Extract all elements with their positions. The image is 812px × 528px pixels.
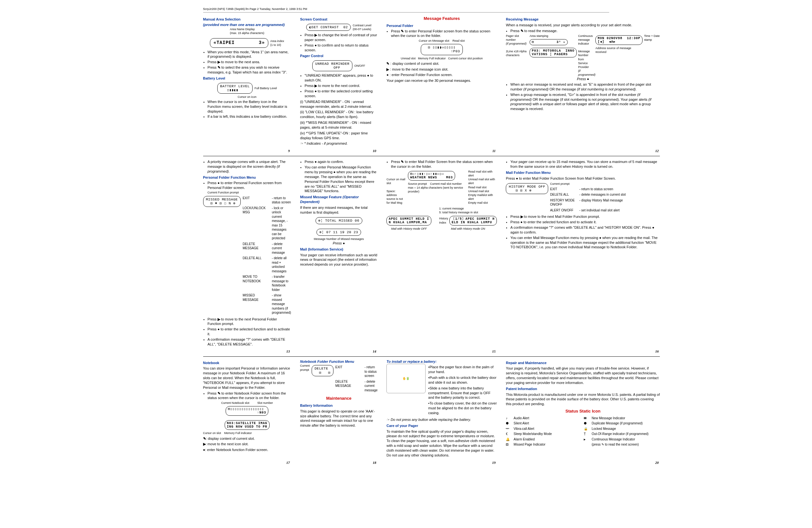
pen-icon: ✎ xyxy=(218,65,220,69)
dot-icon: ● xyxy=(387,73,389,77)
bullets-16a: Your pager can receive up to 15 mail mes… xyxy=(506,159,660,169)
status-icon: 🔒 xyxy=(584,427,590,431)
bullets-13c: Press ▶ to move to the next Personal Fol… xyxy=(203,317,291,347)
footnote: ☞ * Indicates - if programmed. xyxy=(300,141,377,146)
lcd-recv2: P03: MOTOROLA INNO VATIONS ¦ PAGERS xyxy=(530,48,577,57)
page-num-19: 19 xyxy=(492,460,495,465)
reminder-iii: (iii) *"MISS PAGE REMINDER" - ON : misse… xyxy=(300,120,377,130)
lcd-mail-off: APEC SUMMIT HELD I N KUALA LUMPUR,MA xyxy=(387,216,431,225)
status-label: Silent Alert xyxy=(513,421,582,426)
bullets-12: Press ✎ to read the message. xyxy=(506,29,660,33)
status-label: New Message Indicator xyxy=(592,416,660,421)
dot-icon: ● xyxy=(315,160,317,164)
addr-label: Address source of message received xyxy=(595,46,643,54)
legend: EXIT- return to status screen LOCK/UNLOC… xyxy=(243,195,291,316)
labels-right: Read mail slot with alertUnread mail slo… xyxy=(468,170,497,205)
heading-patent: Patent Information xyxy=(506,386,660,391)
reminder-ii: (ii) "LOW CELL REMINDER" - ON : low batt… xyxy=(300,110,377,119)
p14-p1: If there are any missed messages, the to… xyxy=(300,205,377,215)
lcd-mail-folder: ⊡▭↑▯▮▮↑▯▭↑▮▮▭▯▭ WEATHER NEWS M03 xyxy=(408,171,455,180)
page-num-11: 11 xyxy=(492,148,495,153)
status-label: Locked Message xyxy=(592,427,660,431)
hist-label: History Index xyxy=(439,217,448,224)
bullets-16b: Press ▶ to move to the next Mail Folder … xyxy=(506,214,660,250)
page-num-9: 9 xyxy=(288,148,290,153)
cfp: Current Function prompt xyxy=(208,191,291,194)
bullets-11a: Press ✎ to enter Personal Folder screen … xyxy=(387,29,497,39)
status-label: Missed Page Indicator xyxy=(513,442,582,447)
panel-11: Message Features Personal Folder Press ✎… xyxy=(387,16,497,153)
lcd-mail-on: 〔1/5〕APEC SUMMIT H ELD IN KUALA LUMPU xyxy=(449,216,497,225)
lcd-label-left: Area Name Display(max. 15 alpha characte… xyxy=(230,27,264,35)
play-icon: ▶ xyxy=(315,33,317,37)
lcd-nffm: DELETE ⊡ ⊡ xyxy=(311,365,333,376)
heading-battery: Battery Level xyxy=(203,76,291,81)
reminder-i: (i) "UNREAD REMINDER" - ON : unread mess… xyxy=(300,100,377,109)
page-num-12: 12 xyxy=(655,148,658,153)
page-num-17: 17 xyxy=(286,460,290,465)
heading-pfm: Personal Folder Function Menu xyxy=(203,175,291,180)
heading-repair: Repair and Maintenance xyxy=(506,361,660,365)
heading-missed: Missed Message Feature (Operator Depende… xyxy=(300,195,377,204)
lcd-missed1: ⊗¦ TOTAL MISSED 06 xyxy=(316,217,362,224)
lcd-label: Contrast Level(00-07 Levels) xyxy=(353,24,371,31)
subheading: (provided more than one areas are progra… xyxy=(203,23,291,27)
page-num-15: 15 xyxy=(492,349,495,354)
bullets-10a: Press ▶ to change the level of contrast … xyxy=(300,33,377,52)
panel-10: Screen Contrast ◐SET CONTRAST 02 Contras… xyxy=(300,16,377,153)
lcd-taipei: «TAIPEI 3» xyxy=(210,38,268,47)
pen-icon: ✎ xyxy=(203,437,206,440)
hist-notes: 1: current message5: total history messa… xyxy=(439,207,497,214)
panel-15: Press ✎ to enter Mail Folder Screen from… xyxy=(387,159,497,353)
dot-icon: ● xyxy=(652,225,654,229)
status-label: Continuous Message Indicator xyxy=(592,437,660,442)
labels-left: Cursor on mail slot Space: address sourc… xyxy=(387,170,406,205)
src-label: Source prompt Current mail slot number xyxy=(408,182,466,186)
bullets-13a: A priority message comes with a unique a… xyxy=(203,159,291,174)
status-table: ♪Audio Alert✉New Message Indicator⚈Silen… xyxy=(506,416,660,447)
labels-left: Pager slot number(if programmed) 2Line x… xyxy=(506,34,528,57)
p19-p1: To maintain the fine optical quality of … xyxy=(387,429,497,458)
page-num-13: 13 xyxy=(286,349,290,354)
pen-icon: ✎ xyxy=(521,29,523,33)
labels-b: Unread slot Memory Full Indicator Curren… xyxy=(387,57,497,60)
lcd-battery: BATTERY LEVEL ▯▮▮◐▮ xyxy=(217,83,252,94)
play-icon: ▶ xyxy=(315,84,317,88)
p18-p1: This pager is designed to operate on one… xyxy=(300,409,377,428)
panel-9: Manual Area Selection (provided more tha… xyxy=(203,16,291,153)
panel-17: Notebook You can store important Persona… xyxy=(203,359,291,465)
labels-bot: Cursor on slot Memory Full indicator xyxy=(203,431,291,435)
panel-16: Your pager can receive up to 15 mail mes… xyxy=(506,159,660,353)
title-status-icon: Status Static Icon xyxy=(506,408,660,414)
page-num-18: 18 xyxy=(373,460,376,465)
reminder-iv: (iv) *"GPS TIME UPDATE"-ON : paper time … xyxy=(300,131,377,141)
panel-12: Receiving Message When a message is rece… xyxy=(506,16,660,153)
heading-care: Care of your Pager xyxy=(387,423,497,428)
cp: Current prompt xyxy=(550,182,626,186)
p17-p1: You can store important Personal or Info… xyxy=(203,366,291,390)
lcd-mffm: HISTORY MODE OFF ⊡ ⊡ X ⊗ xyxy=(506,183,548,194)
lcd-recv3: MON 02NOV98 12:30P [◀] ◀A▶ xyxy=(595,35,642,45)
heading-contrast: Screen Contrast xyxy=(300,17,377,22)
lcd-label: ON/OFF xyxy=(354,64,365,68)
p11-b2: Your pager can receive up the 30 persona… xyxy=(387,78,497,83)
panel-19: To install or replace a battery: ✋🔋 •Pla… xyxy=(387,359,497,465)
print-header: ScrpJz200 (NP3) 7J89b (Sep99).fm Page 2 … xyxy=(203,6,609,13)
bullets-9b: When the cursor is on the Battery icon i… xyxy=(203,100,291,119)
bullets-15a: Press ✎ to enter Mail Folder Screen from… xyxy=(387,159,497,169)
bullets-17: Press ✎ to enter Notebook Folder screen … xyxy=(203,391,291,401)
bullets-10b: "UNREAD REMINDER" appears, press ● to sw… xyxy=(300,73,377,98)
lcd-unread: UNREAD REMINDER OFF xyxy=(312,60,352,71)
labels: Cursor on Message slot Read slot xyxy=(387,39,497,43)
legend: Current prompt EXIT- return to status sc… xyxy=(550,182,626,214)
page-num-20: 20 xyxy=(655,460,658,465)
pen-icon: ✎ xyxy=(387,62,389,65)
lcd-label-right: Area index(1 to 10) xyxy=(270,39,284,47)
cp: Current prompt xyxy=(300,364,310,371)
lcd-label: Full Battery Level xyxy=(255,86,277,90)
key-pen: ✎ : display content of current slot. xyxy=(387,61,497,66)
bullets-13b: Press ● to enter Personal Function scree… xyxy=(203,180,291,190)
msg-num-label: Message Number of Missed messages xyxy=(300,237,377,241)
press-note: Press ● xyxy=(506,77,660,82)
page-num-14: 14 xyxy=(373,349,376,354)
